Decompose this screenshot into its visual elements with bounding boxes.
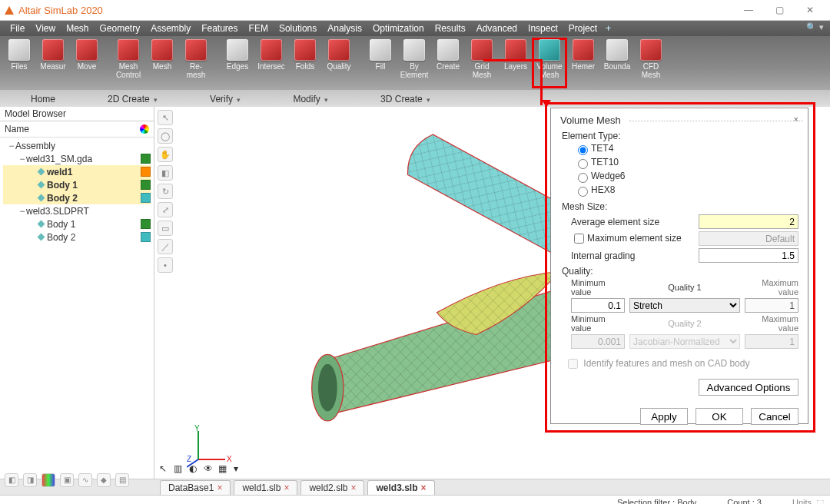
close-icon[interactable]: ×: [217, 482, 222, 493]
radio-tet10[interactable]: TET10: [574, 157, 798, 171]
tool-volume-mesh[interactable]: Volume Mesh: [533, 39, 566, 87]
close-icon[interactable]: ×: [421, 482, 427, 493]
window-minimize-button[interactable]: —: [733, 2, 764, 18]
menu-optimization[interactable]: Optimization: [367, 22, 430, 35]
file-tab-weld3-slb[interactable]: weld3.slb×: [367, 480, 434, 495]
tool-fill[interactable]: Fill: [364, 39, 397, 71]
window-close-button[interactable]: ✕: [795, 2, 825, 18]
file-tab-database1[interactable]: DataBase1×: [160, 480, 231, 495]
tool-create[interactable]: Create: [432, 39, 464, 71]
app-logo: [5, 6, 14, 15]
q-min-label: Minimum value: [571, 278, 625, 297]
q1-select[interactable]: Stretch: [629, 298, 740, 313]
advanced-options-button[interactable]: Advanced Options: [699, 379, 798, 396]
tool-folds[interactable]: Folds: [289, 39, 321, 71]
avg-size-input[interactable]: [699, 214, 798, 229]
tray-show-icon[interactable]: ◧: [5, 473, 18, 487]
annotation-arrow-v: [540, 59, 543, 105]
tool-files[interactable]: Files: [3, 39, 35, 71]
apply-button[interactable]: Apply: [640, 408, 688, 425]
window-maximize-button[interactable]: ▢: [764, 2, 795, 18]
tool-layers[interactable]: Layers: [500, 39, 532, 71]
tool-remesh[interactable]: Re- mesh: [180, 39, 212, 79]
close-icon[interactable]: ×: [284, 482, 289, 493]
tool-measure[interactable]: Measur: [37, 39, 69, 71]
menu-project[interactable]: Project: [563, 22, 603, 35]
q1-max-input: [745, 298, 798, 313]
tray-cube-icon[interactable]: ▣: [60, 473, 74, 487]
tool-cfd-mesh[interactable]: CFD Mesh: [635, 39, 667, 79]
menu-geometry[interactable]: Geometry: [94, 22, 145, 35]
max-size-checkbox[interactable]: [574, 234, 584, 244]
menu-mesh[interactable]: Mesh: [61, 22, 94, 35]
radio-tet4[interactable]: TET4: [574, 143, 798, 157]
color-wheel-icon[interactable]: [140, 124, 149, 134]
q2-min-label: Minimum value: [571, 314, 625, 333]
mini-shade-icon[interactable]: ◐: [189, 463, 201, 476]
svg-text:Z: Z: [187, 455, 191, 463]
mini-wire-icon[interactable]: ▦: [218, 463, 231, 476]
grading-input[interactable]: [699, 248, 798, 263]
menu-features[interactable]: Features: [196, 22, 243, 35]
tool-hemer[interactable]: Hemer: [567, 39, 599, 71]
tool-mesh[interactable]: Mesh: [146, 39, 178, 71]
tray-mesh-icon[interactable]: ▤: [115, 473, 129, 487]
tree-body2a[interactable]: Body 2: [3, 191, 151, 204]
svg-text:Y: Y: [194, 425, 200, 433]
avg-size-label: Average element size: [571, 217, 699, 227]
tree-body1a[interactable]: Body 1: [3, 178, 151, 191]
tool-intersec[interactable]: Intersec: [255, 39, 287, 71]
annotation-arrow-head: [542, 100, 551, 108]
mini-eye-icon[interactable]: 👁: [204, 463, 216, 476]
q1-min-input[interactable]: [571, 298, 625, 313]
model-browser-title: Model Browser: [0, 107, 154, 121]
tree-weld31[interactable]: −weld31_SM.gda: [3, 152, 151, 165]
dialog-close-button[interactable]: ×: [794, 114, 798, 124]
menu-add-button[interactable]: +: [603, 22, 614, 35]
tray-node-icon[interactable]: ◆: [97, 473, 111, 487]
tool-mesh-control[interactable]: Mesh Control: [112, 39, 144, 79]
tree-assembly[interactable]: −Assembly: [3, 139, 151, 152]
section-tab-modify[interactable]: Modify ▾: [267, 91, 354, 107]
tool-move[interactable]: Move: [71, 39, 103, 71]
menu-solutions[interactable]: Solutions: [274, 22, 322, 35]
section-tab-3d-create[interactable]: 3D Create ▾: [354, 91, 456, 107]
section-tab-2d-create[interactable]: 2D Create ▾: [81, 91, 184, 107]
tray-hide-icon[interactable]: ◨: [23, 473, 37, 487]
menu-inspect[interactable]: Inspect: [523, 22, 563, 35]
search-icon[interactable]: 🔍 ▾: [806, 22, 824, 32]
file-tab-weld1-slb[interactable]: weld1.slb×: [234, 480, 297, 495]
menu-analysis[interactable]: Analysis: [322, 22, 367, 35]
menu-view[interactable]: View: [30, 22, 61, 35]
tray-color-icon[interactable]: [42, 473, 55, 487]
cancel-button[interactable]: Cancel: [751, 408, 798, 425]
mini-more-icon[interactable]: ▾: [234, 463, 246, 476]
status-units[interactable]: Units: [792, 498, 812, 504]
tool-edges[interactable]: Edges: [221, 39, 254, 71]
menu-fem[interactable]: FEM: [244, 22, 274, 35]
tool-by-element[interactable]: By Element: [398, 39, 430, 79]
section-tab-home[interactable]: Home: [5, 91, 81, 107]
tree-weld1[interactable]: weld1: [3, 165, 151, 178]
menu-assembly[interactable]: Assembly: [145, 22, 196, 35]
close-icon[interactable]: ×: [350, 482, 356, 493]
ok-button[interactable]: OK: [696, 408, 743, 425]
tree-body2b[interactable]: Body 2: [3, 230, 151, 244]
tool-quality[interactable]: Quality: [323, 39, 355, 71]
identify-checkbox: [568, 359, 578, 369]
tree-weld3[interactable]: −weld3.SLDPRT: [3, 204, 151, 217]
file-tab-weld2-slb[interactable]: weld2.slb×: [300, 480, 364, 495]
menu-results[interactable]: Results: [430, 22, 471, 35]
svg-text:X: X: [227, 455, 232, 463]
menu-file[interactable]: File: [5, 22, 30, 35]
max-size-label: Maximum element size: [587, 233, 682, 244]
radio-wedge6[interactable]: Wedge6: [574, 171, 798, 184]
mini-cursor-icon[interactable]: ↖: [159, 463, 171, 476]
tool-boundary[interactable]: Bounda: [601, 39, 633, 71]
tray-curve-icon[interactable]: ∿: [78, 473, 92, 487]
radio-hex8[interactable]: HEX8: [574, 184, 798, 198]
section-tab-verify[interactable]: Verify ▾: [184, 91, 267, 107]
tree-body1b[interactable]: Body 1: [3, 217, 151, 230]
menu-advanced[interactable]: Advanced: [471, 22, 523, 35]
mini-ortho-icon[interactable]: ▥: [174, 463, 186, 476]
